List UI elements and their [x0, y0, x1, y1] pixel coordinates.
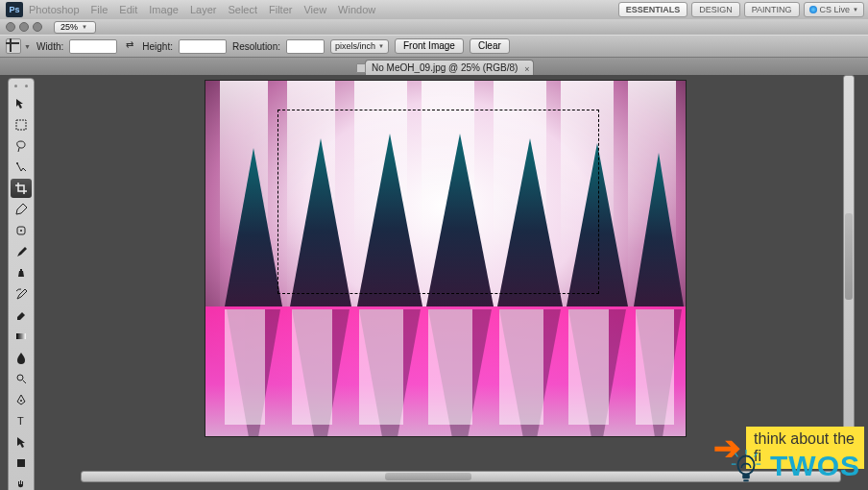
eyedropper-tool[interactable]: [11, 200, 32, 219]
photoshop-logo: Ps: [6, 2, 23, 17]
pen-tool[interactable]: [11, 390, 32, 409]
lightbulb-icon: [728, 448, 764, 484]
svg-rect-47: [743, 479, 749, 481]
gradient-tool[interactable]: [11, 327, 32, 346]
workspace-area: T: [0, 75, 868, 490]
svg-text:T: T: [17, 415, 24, 427]
svg-rect-36: [428, 309, 472, 425]
vertical-scrollbar[interactable]: [843, 75, 855, 469]
watermark-text: TWOS: [770, 450, 860, 482]
resolution-units-dropdown[interactable]: pixels/inch: [330, 39, 389, 54]
menu-image[interactable]: Image: [149, 4, 179, 15]
menu-edit[interactable]: Edit: [119, 4, 137, 15]
workspace-design-button[interactable]: DESIGN: [691, 2, 740, 17]
image-canvas[interactable]: [205, 81, 686, 436]
crop-tool-icon[interactable]: [6, 38, 21, 54]
hand-tool[interactable]: [11, 475, 32, 490]
brush-tool[interactable]: [11, 242, 32, 261]
height-label: Height:: [142, 41, 173, 52]
svg-rect-34: [292, 309, 332, 425]
healing-brush-tool[interactable]: [11, 221, 32, 240]
tools-palette: T: [8, 78, 35, 490]
document-tab-title: No MeOH_09.jpg @ 25% (RGB/8): [372, 62, 518, 73]
eraser-tool[interactable]: [11, 306, 32, 325]
canvas-image: [205, 81, 686, 436]
palette-grip-icon[interactable]: [11, 82, 32, 90]
tool-preset-chevron-icon[interactable]: ▼: [24, 43, 31, 50]
crop-tool[interactable]: [11, 179, 32, 198]
tool-options-bar: ▼ Width: ⇄ Height: Resolution: pixels/in…: [0, 35, 868, 58]
svg-point-6: [20, 400, 22, 402]
cs-live-button[interactable]: CS Live ▼: [804, 2, 864, 17]
window-minimize-icon[interactable]: [19, 22, 29, 32]
window-zoom-icon[interactable]: [33, 22, 42, 32]
document-window: ➔ think about the fi: [40, 75, 860, 482]
zoom-level-dropdown[interactable]: 25%: [54, 21, 96, 34]
crop-height-input[interactable]: [179, 39, 227, 54]
history-brush-tool[interactable]: [11, 284, 32, 304]
menu-file[interactable]: File: [91, 4, 108, 15]
svg-rect-37: [499, 309, 543, 425]
front-image-button[interactable]: Front Image: [395, 38, 464, 54]
application-menu-bar: Ps Photoshop File Edit Image Layer Selec…: [0, 0, 868, 19]
menu-view[interactable]: View: [303, 4, 326, 15]
svg-line-41: [735, 453, 738, 457]
svg-point-1: [16, 162, 18, 164]
lasso-tool[interactable]: [11, 136, 32, 156]
window-close-icon[interactable]: [6, 22, 15, 32]
scrollbar-thumb[interactable]: [845, 213, 853, 300]
menu-photoshop[interactable]: Photoshop: [29, 4, 80, 15]
swap-dimensions-icon[interactable]: ⇄: [123, 39, 136, 53]
menu-select[interactable]: Select: [228, 4, 257, 15]
svg-rect-35: [359, 309, 403, 425]
scrollbar-thumb[interactable]: [385, 473, 471, 480]
move-tool[interactable]: [11, 94, 32, 113]
watermark: TWOS: [728, 448, 860, 484]
crop-resolution-input[interactable]: [286, 39, 325, 54]
menu-layer[interactable]: Layer: [190, 4, 217, 15]
svg-line-42: [755, 453, 758, 457]
clone-stamp-tool[interactable]: [11, 263, 32, 282]
menu-window[interactable]: Window: [338, 4, 375, 15]
window-chrome: 25%: [0, 19, 868, 35]
dodge-tool[interactable]: [11, 369, 32, 388]
svg-rect-39: [636, 309, 674, 425]
svg-rect-46: [742, 475, 750, 479]
resolution-units-value: pixels/inch: [335, 41, 375, 51]
annotation-line-1: think about the: [754, 430, 855, 447]
width-label: Width:: [36, 41, 63, 52]
document-tab[interactable]: No MeOH_09.jpg @ 25% (RGB/8) ×: [365, 60, 534, 75]
path-select-tool[interactable]: [11, 432, 32, 452]
cs-live-icon: [809, 6, 817, 13]
marquee-tool[interactable]: [11, 115, 32, 135]
svg-point-45: [737, 456, 754, 475]
crop-width-input[interactable]: [69, 39, 117, 54]
quick-select-tool[interactable]: [11, 158, 32, 177]
blur-tool[interactable]: [11, 348, 32, 367]
svg-rect-4: [16, 333, 26, 339]
svg-rect-33: [225, 309, 265, 425]
svg-rect-0: [16, 120, 26, 130]
clear-button[interactable]: Clear: [470, 38, 510, 54]
zoom-level-value: 25%: [60, 22, 78, 32]
menu-filter[interactable]: Filter: [269, 4, 292, 15]
shape-tool[interactable]: [11, 453, 32, 473]
document-tab-strip: No MeOH_09.jpg @ 25% (RGB/8) ×: [0, 58, 868, 75]
svg-point-3: [20, 230, 22, 232]
resolution-label: Resolution:: [232, 41, 280, 52]
svg-point-5: [17, 375, 23, 380]
workspace-essentials-button[interactable]: ESSENTIALS: [618, 2, 688, 17]
cs-live-label: CS Live: [820, 5, 851, 14]
svg-rect-38: [568, 309, 609, 425]
type-tool[interactable]: T: [11, 411, 32, 430]
workspace-painting-button[interactable]: PAINTING: [744, 2, 800, 17]
svg-rect-8: [17, 459, 25, 467]
